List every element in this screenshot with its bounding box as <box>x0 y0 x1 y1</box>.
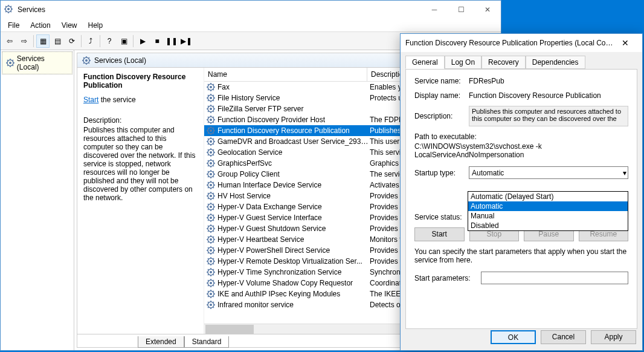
tree-root[interactable]: Services (Local) <box>2 51 72 74</box>
row-name: Hyper-V Guest Shutdown Service <box>217 224 370 233</box>
path-value: C:\WINDOWS\system32\svchost.exe -k Local… <box>414 142 628 159</box>
dialog-close-button[interactable]: ✕ <box>613 38 637 48</box>
stop-service-button[interactable]: ■ <box>150 34 164 48</box>
row-name: GraphicsPerfSvc <box>217 159 370 168</box>
row-name: Hyper-V Volume Shadow Copy Requestor <box>217 279 370 287</box>
row-name: Hyper-V PowerShell Direct Service <box>217 246 370 255</box>
gear-icon <box>207 170 215 178</box>
gear-icon <box>207 126 215 135</box>
gear-icon <box>207 203 215 211</box>
start-suffix: the service <box>98 96 135 104</box>
gear-icon <box>207 192 215 200</box>
opt-delayed[interactable]: Automatic (Delayed Start) <box>468 192 628 201</box>
menu-file[interactable]: File <box>3 20 24 31</box>
gear-icon <box>207 235 215 244</box>
startup-dropdown[interactable]: Automatic (Delayed Start) Automatic Manu… <box>468 191 628 231</box>
chevron-down-icon: ▾ <box>623 169 626 177</box>
menu-action[interactable]: Action <box>25 20 55 31</box>
cancel-button[interactable]: Cancel <box>541 330 586 344</box>
row-name: Hyper-V Remote Desktop Virtualization Se… <box>217 257 370 266</box>
detail-pane: Function Discovery Resource Publication … <box>77 68 204 334</box>
minimize-button[interactable]: ─ <box>421 1 448 19</box>
row-name: Human Interface Device Service <box>217 181 370 189</box>
export-button[interactable]: ⤴ <box>84 34 97 48</box>
restart-service-button[interactable]: ▶❚ <box>179 34 193 48</box>
gear-icon <box>207 181 215 189</box>
description-text: Publishes this computer and resources at… <box>83 126 198 202</box>
row-name: Function Discovery Resource Publication <box>217 126 370 135</box>
tab-dependencies[interactable]: Dependencies <box>526 56 585 69</box>
gear-icon <box>207 268 215 276</box>
properties-dialog[interactable]: Function Discovery Resource Publication … <box>400 33 643 351</box>
content-header-title: Services (Local) <box>94 56 146 65</box>
start-service-button[interactable]: ▶ <box>136 34 149 48</box>
start-link[interactable]: Start <box>83 96 98 104</box>
dialog-buttons: OK Cancel Apply <box>491 330 636 344</box>
close-button[interactable]: ✕ <box>474 1 501 19</box>
tab-standard[interactable]: Standard <box>184 336 230 348</box>
row-name: FileZilla Server FTP server <box>217 105 370 113</box>
gear-icon <box>207 116 215 124</box>
startup-combo[interactable]: Automatic▾ <box>469 166 628 179</box>
gear-icon <box>6 59 14 67</box>
pause-service-button[interactable]: ❚❚ <box>165 34 178 48</box>
titlebar: Services ─ ☐ ✕ <box>1 1 501 19</box>
tab-extended[interactable]: Extended <box>138 336 184 348</box>
tab-logon[interactable]: Log On <box>445 56 481 69</box>
tree-pane[interactable]: Services (Local) <box>1 50 74 350</box>
gear-icon <box>207 279 215 287</box>
opt-disabled[interactable]: Disabled <box>468 221 628 230</box>
maximize-button[interactable]: ☐ <box>448 1 474 19</box>
hint-text: You can specify the start parameters tha… <box>414 247 628 264</box>
gear-icon <box>207 94 215 102</box>
col-name[interactable]: Name <box>204 68 367 81</box>
gear-icon <box>207 159 215 168</box>
row-name: Fax <box>217 83 370 91</box>
gear-icon <box>207 213 215 222</box>
gear-icon <box>207 83 215 91</box>
start-button[interactable]: Start <box>414 227 465 241</box>
description-label-dlg: Description: <box>414 112 469 120</box>
status-label: Service status: <box>414 213 469 221</box>
startup-label: Startup type: <box>414 169 469 177</box>
gear-icon <box>207 105 215 113</box>
params-label: Start parameters: <box>414 274 481 282</box>
row-name: HV Host Service <box>217 192 370 200</box>
dialog-tabs: General Log On Recovery Dependencies <box>401 52 642 69</box>
settings-button[interactable]: ▣ <box>117 34 130 48</box>
ok-button[interactable]: OK <box>491 330 536 344</box>
row-name: Function Discovery Provider Host <box>217 116 370 124</box>
gear-icon <box>207 148 215 157</box>
refresh-button[interactable]: ⟳ <box>65 34 79 48</box>
display-name-value: Function Discovery Resource Publication <box>469 91 628 100</box>
opt-automatic[interactable]: Automatic <box>468 201 628 211</box>
forward-button[interactable]: ⇨ <box>18 34 31 48</box>
startup-value: Automatic <box>472 169 504 177</box>
row-name: Hyper-V Heartbeat Service <box>217 235 370 244</box>
back-button[interactable]: ⇦ <box>3 34 16 48</box>
row-name: Geolocation Service <box>217 148 370 157</box>
properties-toolbar-button[interactable]: ▤ <box>51 34 64 48</box>
gear-icon <box>207 246 215 255</box>
gear-icon <box>207 224 215 233</box>
service-name-label: Service name: <box>414 77 469 85</box>
path-label: Path to executable: <box>414 132 628 141</box>
help-button[interactable]: ? <box>103 34 116 48</box>
menubar: File Action View Help <box>1 19 501 32</box>
description-label: Description: <box>83 116 198 125</box>
row-name: File History Service <box>217 94 370 102</box>
gear-icon <box>207 137 215 146</box>
apply-button[interactable]: Apply <box>591 330 636 344</box>
params-input[interactable] <box>481 272 628 284</box>
description-box[interactable]: Publishes this computer and resources at… <box>469 106 628 126</box>
tab-general[interactable]: General <box>405 56 445 69</box>
menu-help[interactable]: Help <box>83 20 108 31</box>
show-hide-tree-button[interactable]: ▦ <box>36 34 50 48</box>
gear-icon <box>207 301 215 309</box>
row-name: Hyper-V Guest Service Interface <box>217 213 370 222</box>
window-title: Services <box>18 5 421 14</box>
menu-view[interactable]: View <box>57 20 82 31</box>
dialog-titlebar: Function Discovery Resource Publication … <box>401 34 642 52</box>
tab-recovery[interactable]: Recovery <box>481 56 526 69</box>
opt-manual[interactable]: Manual <box>468 211 628 221</box>
